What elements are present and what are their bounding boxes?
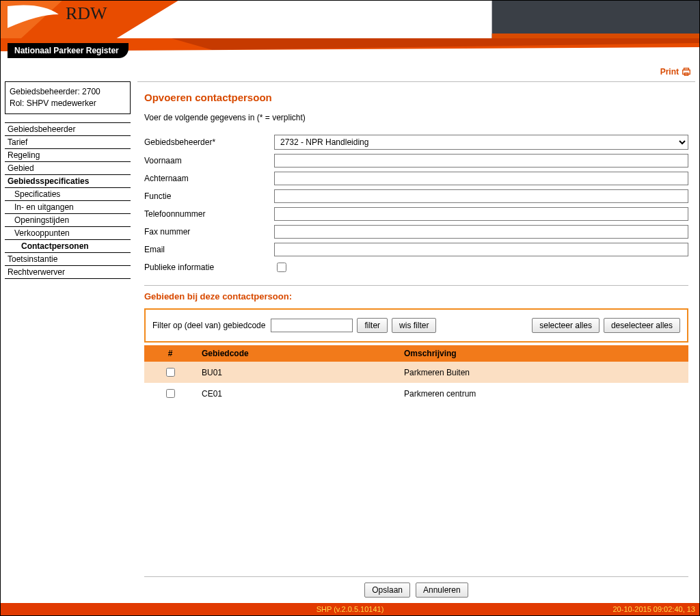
- cell-code: BU01: [196, 362, 399, 383]
- label-voornaam: Voornaam: [144, 156, 274, 165]
- input-fax[interactable]: [274, 225, 688, 239]
- label-email: Email: [144, 245, 274, 254]
- cancel-button[interactable]: Annuleren: [416, 582, 468, 598]
- filter-input[interactable]: [271, 319, 353, 332]
- row-achternaam: Achternaam: [144, 172, 688, 185]
- page-title: Opvoeren contactpersoon: [144, 92, 688, 103]
- table-row: CE01 Parkmeren centrum: [144, 383, 688, 404]
- row-checkbox[interactable]: [166, 389, 175, 398]
- row-gebiedsbeheerder: Gebiedsbeheerder* 2732 - NPR Handleiding: [144, 135, 688, 150]
- row-voornaam: Voornaam: [144, 154, 688, 168]
- table-wrap: # Gebiedcode Omschrijving BU01 Parkmeren…: [144, 345, 688, 572]
- col-desc: Omschrijving: [399, 345, 688, 362]
- panel: Opvoeren contactpersoon Voer de volgende…: [137, 81, 695, 603]
- nav-verkooppunten[interactable]: Verkooppunten: [5, 227, 131, 240]
- sidebar-info-line2: Rol: SHPV medewerker: [10, 98, 126, 109]
- footer-timestamp: 20-10-2015 09:02:40, 13: [613, 605, 696, 613]
- row-telefoon: Telefoonnummer: [144, 207, 688, 221]
- checkbox-publiek[interactable]: [277, 263, 286, 272]
- input-achternaam[interactable]: [274, 172, 688, 185]
- sidebar-info-line1: Gebiedsbeheerder: 2700: [10, 86, 126, 98]
- select-all-button[interactable]: selecteer alles: [532, 318, 600, 333]
- row-email: Email: [144, 243, 688, 256]
- cell-desc: Parkmeren Buiten: [399, 362, 688, 383]
- clear-filter-button[interactable]: wis filter: [392, 318, 436, 333]
- topbar: Print: [1, 64, 699, 80]
- nav-tarief[interactable]: Tarief: [5, 136, 131, 149]
- body: Gebiedsbeheerder: 2700 Rol: SHPV medewer…: [1, 80, 699, 603]
- label-gebiedsbeheerder: Gebiedsbeheerder*: [144, 137, 274, 147]
- sidebar-info: Gebiedsbeheerder: 2700 Rol: SHPV medewer…: [5, 81, 131, 114]
- nav-regeling[interactable]: Regeling: [5, 149, 131, 162]
- row-functie: Functie: [144, 189, 688, 203]
- brand-name: RDW: [66, 3, 107, 24]
- sidebar: Gebiedsbeheerder: 2700 Rol: SHPV medewer…: [5, 81, 131, 603]
- brand-subtitle: Nationaal Parkeer Register: [8, 43, 129, 58]
- svg-rect-7: [683, 70, 690, 74]
- bottom-separator: [144, 576, 688, 577]
- page-instruction: Voer de volgende gegevens in (* = verpli…: [144, 113, 688, 122]
- filter-label: Filter op (deel van) gebiedcode: [152, 321, 265, 330]
- nav-toetsinstantie[interactable]: Toetsinstantie: [5, 253, 131, 266]
- nav-openingstijden[interactable]: Openingstijden: [5, 214, 131, 227]
- label-functie: Functie: [144, 191, 274, 201]
- label-fax: Fax nummer: [144, 227, 274, 237]
- label-publiek: Publieke informatie: [144, 263, 274, 272]
- filter-button[interactable]: filter: [357, 318, 388, 333]
- footer: SHP (v.2.0.5.10141) 20-10-2015 09:02:40,…: [1, 603, 699, 615]
- deselect-all-button[interactable]: deselecteer alles: [604, 318, 680, 333]
- print-icon: [682, 67, 691, 77]
- col-code: Gebiedcode: [196, 345, 399, 362]
- actions: Opslaan Annuleren: [144, 582, 688, 603]
- areas-table: # Gebiedcode Omschrijving BU01 Parkmeren…: [144, 345, 688, 404]
- table-row: BU01 Parkmeren Buiten: [144, 362, 688, 383]
- app-window: RDW Nationaal Parkeer Register Print Geb…: [0, 0, 700, 616]
- input-telefoon[interactable]: [274, 207, 688, 221]
- banner: RDW Nationaal Parkeer Register: [1, 1, 699, 64]
- col-check: #: [144, 345, 196, 362]
- nav-gebiedsspecificaties[interactable]: Gebiedsspecificaties: [5, 175, 131, 188]
- input-functie[interactable]: [274, 189, 688, 203]
- row-checkbox[interactable]: [166, 368, 175, 377]
- row-fax: Fax nummer: [144, 225, 688, 239]
- print-link[interactable]: Print: [660, 67, 691, 77]
- nav-contactpersonen[interactable]: Contactpersonen: [5, 240, 131, 253]
- select-gebiedsbeheerder[interactable]: 2732 - NPR Handleiding: [274, 135, 688, 150]
- nav-in-en-uitgangen[interactable]: In- en uitgangen: [5, 201, 131, 214]
- nav-specificaties[interactable]: Specificaties: [5, 188, 131, 201]
- filter-box: Filter op (deel van) gebiedcode filter w…: [144, 308, 688, 343]
- save-button[interactable]: Opslaan: [364, 582, 410, 598]
- label-telefoon: Telefoonnummer: [144, 209, 274, 219]
- separator: [144, 285, 688, 286]
- input-voornaam[interactable]: [274, 154, 688, 168]
- label-achternaam: Achternaam: [144, 174, 274, 183]
- main: Opvoeren contactpersoon Voer de volgende…: [137, 81, 695, 603]
- nav-rechtverwerver[interactable]: Rechtverwerver: [5, 266, 131, 279]
- footer-version: SHP (v.2.0.5.10141): [317, 605, 384, 613]
- nav-gebiedsbeheerder[interactable]: Gebiedsbeheerder: [5, 122, 131, 136]
- table-header-row: # Gebiedcode Omschrijving: [144, 345, 688, 362]
- cell-code: CE01: [196, 383, 399, 404]
- sidebar-nav: Gebiedsbeheerder Tarief Regeling Gebied …: [5, 122, 131, 279]
- print-label: Print: [660, 67, 679, 77]
- section-title: Gebieden bij deze contactpersoon:: [144, 291, 688, 302]
- input-email[interactable]: [274, 243, 688, 256]
- nav-gebied[interactable]: Gebied: [5, 162, 131, 175]
- cell-desc: Parkmeren centrum: [399, 383, 688, 404]
- svg-rect-8: [684, 68, 689, 70]
- row-publiek: Publieke informatie: [144, 260, 688, 274]
